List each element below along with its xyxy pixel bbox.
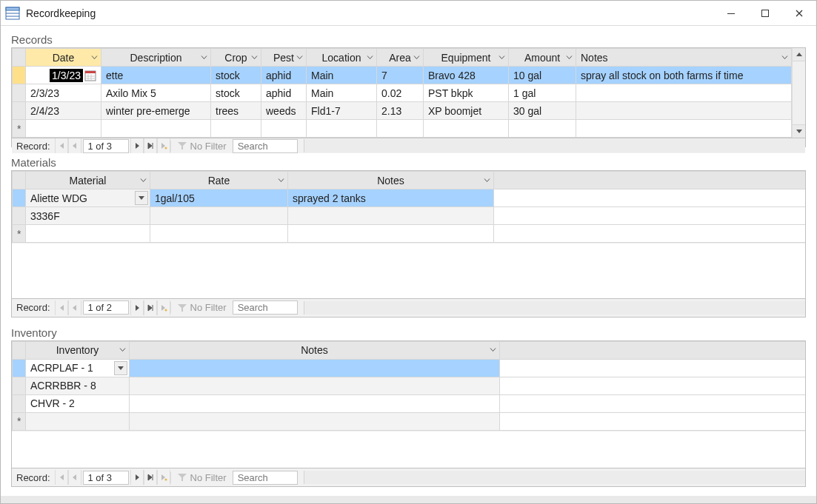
inventory-grid[interactable]: Inventory Notes ACRPLAF - 1	[12, 341, 805, 431]
chevron-down-icon[interactable]	[490, 347, 496, 354]
new-record-row[interactable]	[13, 120, 792, 138]
chevron-down-icon[interactable]	[413, 54, 420, 61]
chevron-down-icon[interactable]	[296, 54, 303, 61]
nav-prev-button[interactable]	[68, 470, 81, 485]
cell-rate[interactable]: 1gal/105	[150, 189, 288, 207]
nav-filter[interactable]: No Filter	[170, 472, 233, 483]
nav-filter[interactable]: No Filter	[170, 141, 233, 152]
cell-crop[interactable]: stock	[211, 84, 261, 102]
row-selector[interactable]	[13, 102, 26, 120]
cell-date[interactable]: 2/3/23	[26, 84, 101, 102]
row-selector[interactable]	[13, 394, 26, 412]
cell-rate[interactable]	[150, 207, 288, 225]
calendar-icon[interactable]	[84, 70, 96, 81]
cell-notes[interactable]	[130, 359, 500, 377]
chevron-down-icon[interactable]	[566, 54, 573, 61]
chevron-down-icon[interactable]	[278, 177, 284, 184]
col-crop[interactable]: Crop	[211, 49, 261, 67]
maximize-button[interactable]	[748, 1, 782, 25]
cell-pest[interactable]: aphid	[261, 84, 307, 102]
cell-location[interactable]: Main	[307, 84, 377, 102]
cell-description[interactable]: Axilo Mix 5	[101, 84, 211, 102]
col-notes[interactable]: Notes	[288, 172, 494, 189]
new-row-selector[interactable]	[13, 412, 26, 430]
col-material[interactable]: Material	[26, 172, 150, 189]
close-button[interactable]	[782, 1, 816, 25]
chevron-down-icon[interactable]	[201, 54, 207, 61]
new-row-selector[interactable]	[13, 225, 26, 243]
col-notes[interactable]: Notes	[130, 341, 500, 359]
cell-date[interactable]: 2/4/23	[26, 102, 101, 120]
nav-next-button[interactable]	[130, 300, 144, 315]
table-row[interactable]: ACRPLAF - 1	[13, 359, 806, 377]
nav-first-button[interactable]	[55, 300, 68, 315]
scroll-down-button[interactable]	[793, 124, 805, 138]
chevron-down-icon[interactable]	[498, 54, 505, 61]
chevron-down-icon[interactable]	[251, 54, 258, 61]
cell-notes[interactable]: spray all stock on both farms if time	[576, 67, 792, 84]
dropdown-button[interactable]	[114, 361, 127, 375]
cell-area[interactable]: 0.02	[377, 84, 424, 102]
nav-last-button[interactable]	[144, 300, 157, 315]
cell-notes[interactable]	[576, 84, 792, 102]
table-row[interactable]: ACRRBBR - 8	[13, 377, 806, 394]
col-rate[interactable]: Rate	[150, 172, 288, 189]
select-all-corner[interactable]	[13, 172, 26, 189]
cell-material[interactable]: 3336F	[26, 207, 150, 225]
col-date[interactable]: Date	[26, 49, 101, 67]
records-grid[interactable]: Date Description Crop Pest Location Area…	[12, 48, 792, 138]
dropdown-button[interactable]	[135, 191, 148, 205]
cell-inventory[interactable]: ACRRBBR - 8	[26, 377, 130, 394]
chevron-down-icon[interactable]	[484, 177, 490, 184]
cell-notes[interactable]	[288, 207, 494, 225]
nav-counter[interactable]: 1 of 3	[83, 139, 129, 153]
nav-next-button[interactable]	[130, 470, 144, 485]
cell-material[interactable]: Aliette WDG	[26, 189, 150, 207]
nav-search-input[interactable]: Search	[233, 471, 298, 485]
row-selector[interactable]	[13, 207, 26, 225]
cell-equipment[interactable]: Bravo 428	[424, 67, 509, 84]
cell-notes[interactable]	[130, 377, 500, 394]
cell-pest[interactable]: weeds	[261, 102, 307, 120]
col-description[interactable]: Description	[101, 49, 211, 67]
nav-prev-button[interactable]	[68, 300, 81, 315]
row-selector[interactable]	[13, 84, 26, 102]
nav-new-button[interactable]	[157, 300, 170, 315]
cell-location[interactable]: Main	[307, 67, 377, 84]
chevron-down-icon[interactable]	[781, 54, 788, 61]
chevron-down-icon[interactable]	[140, 177, 147, 184]
nav-search-input[interactable]: Search	[233, 300, 298, 315]
select-all-corner[interactable]	[13, 49, 26, 67]
nav-last-button[interactable]	[144, 138, 157, 153]
horizontal-scrollbar[interactable]	[304, 301, 805, 315]
nav-first-button[interactable]	[55, 138, 68, 153]
nav-last-button[interactable]	[144, 470, 157, 485]
chevron-down-icon[interactable]	[119, 347, 126, 354]
cell-equipment[interactable]: XP boomjet	[424, 102, 509, 120]
scroll-up-button[interactable]	[793, 48, 805, 61]
cell-amount[interactable]: 1 gal	[509, 84, 576, 102]
nav-counter[interactable]: 1 of 2	[83, 300, 129, 315]
table-row[interactable]: 3336F	[13, 207, 806, 225]
nav-search-input[interactable]: Search	[233, 139, 298, 153]
cell-amount[interactable]: 10 gal	[509, 67, 576, 84]
date-input[interactable]: 1/3/23	[50, 69, 83, 82]
nav-new-button[interactable]	[157, 138, 170, 153]
cell-description[interactable]: winter pre-emerge	[101, 102, 211, 120]
new-record-row[interactable]	[13, 225, 806, 243]
row-selector[interactable]	[13, 359, 26, 377]
cell-area[interactable]: 7	[377, 67, 424, 84]
row-selector[interactable]	[13, 189, 26, 207]
horizontal-scrollbar[interactable]	[304, 471, 805, 484]
col-notes[interactable]: Notes	[576, 49, 792, 67]
col-inventory[interactable]: Inventory	[26, 341, 130, 359]
chevron-down-icon[interactable]	[367, 54, 373, 61]
table-row[interactable]: CHVR - 2	[13, 394, 806, 412]
cell-description[interactable]: ette	[101, 67, 211, 84]
row-selector[interactable]	[13, 377, 26, 394]
horizontal-scrollbar[interactable]	[304, 139, 805, 152]
nav-prev-button[interactable]	[68, 138, 81, 153]
col-area[interactable]: Area	[377, 49, 424, 67]
select-all-corner[interactable]	[13, 341, 26, 359]
table-row[interactable]: Aliette WDG 1gal/105 sprayed 2 tanks	[13, 189, 806, 207]
